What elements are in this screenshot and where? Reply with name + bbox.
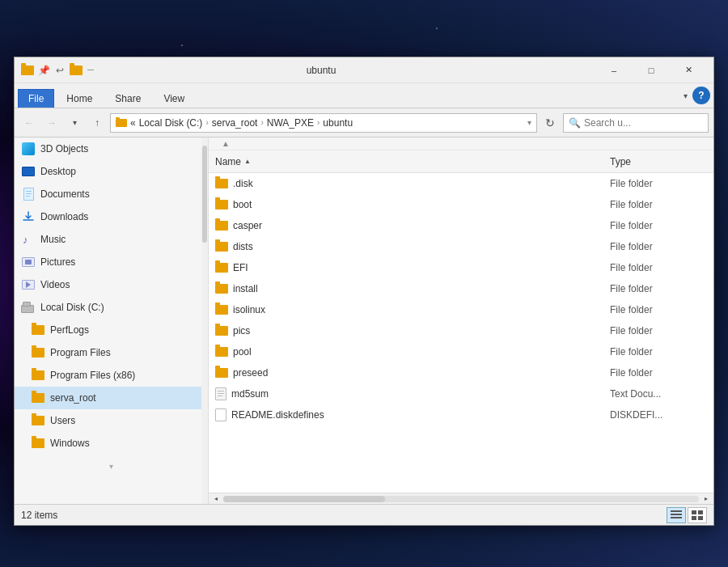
- view-list-button[interactable]: [667, 507, 686, 523]
- svg-rect-6: [692, 516, 696, 520]
- file-row-pics[interactable]: pics File folder: [209, 320, 713, 341]
- file-row-isolinux[interactable]: isolinux File folder: [209, 299, 713, 320]
- sidebar-label-program-files: Program Files: [50, 347, 111, 358]
- file-name-casper: casper: [233, 220, 605, 231]
- sidebar-label-music: Music: [40, 234, 66, 245]
- sidebar-item-local-disk[interactable]: Local Disk (C:): [15, 296, 208, 319]
- file-row-preseed[interactable]: preseed File folder: [209, 362, 713, 383]
- file-name-md5sum: md5sum: [231, 388, 605, 400]
- tab-view[interactable]: View: [153, 89, 195, 108]
- sort-area: ▲: [209, 138, 713, 150]
- downloads-icon: [21, 209, 36, 224]
- column-type[interactable]: Type: [610, 156, 707, 167]
- address-path[interactable]: « Local Disk (C:) › serva_root › NWA_PXE…: [110, 113, 537, 133]
- maximize-button[interactable]: □: [633, 57, 670, 83]
- sidebar-item-documents[interactable]: Documents: [15, 183, 208, 205]
- sidebar-item-windows[interactable]: Windows: [15, 432, 208, 455]
- videos-icon: [21, 277, 36, 292]
- hscroll-track[interactable]: [223, 496, 699, 502]
- file-row-md5sum[interactable]: md5sum Text Docu...: [209, 383, 713, 404]
- sidebar-scrollbar[interactable]: [201, 138, 208, 504]
- file-name-preseed: preseed: [233, 367, 605, 379]
- tab-share[interactable]: Share: [104, 89, 151, 108]
- path-dropdown-arrow[interactable]: ▾: [527, 118, 531, 127]
- windows-icon: [31, 436, 45, 451]
- sidebar-item-music[interactable]: ♪ Music: [15, 228, 208, 251]
- path-serva-root[interactable]: serva_root: [212, 117, 258, 129]
- sidebar-label-windows: Windows: [50, 438, 90, 449]
- search-box[interactable]: 🔍: [563, 113, 709, 133]
- file-row-install[interactable]: install File folder: [209, 278, 713, 299]
- file-row-efi[interactable]: EFI File folder: [209, 257, 713, 278]
- forward-button[interactable]: →: [42, 113, 61, 133]
- sidebar-item-3d-objects[interactable]: 3D Objects: [15, 138, 208, 160]
- path-local-disk[interactable]: Local Disk (C:): [139, 117, 203, 129]
- refresh-button[interactable]: ↻: [540, 113, 560, 133]
- back-button[interactable]: ←: [19, 113, 39, 133]
- ribbon-expand-button[interactable]: ▾: [678, 87, 692, 104]
- sidebar-item-users[interactable]: Users: [15, 409, 208, 432]
- chevron-2: ›: [260, 118, 263, 127]
- tab-file[interactable]: File: [18, 89, 54, 108]
- file-list-header: Name ▲ Type: [209, 150, 713, 173]
- horizontal-scrollbar[interactable]: ◂ ▸: [209, 493, 713, 504]
- file-row-casper[interactable]: casper File folder: [209, 215, 713, 236]
- file-name-pics: pics: [233, 325, 605, 336]
- title-folder-icon: [21, 64, 34, 77]
- svg-text:♪: ♪: [23, 234, 28, 246]
- hscroll-right-button[interactable]: ▸: [700, 493, 712, 505]
- path-ubuntu[interactable]: ubuntu: [323, 117, 353, 129]
- minimize-button[interactable]: –: [595, 57, 633, 83]
- help-button[interactable]: ?: [692, 87, 710, 104]
- column-name[interactable]: Name ▲: [215, 156, 610, 167]
- column-type-label: Type: [610, 156, 631, 167]
- sidebar-item-desktop[interactable]: Desktop: [15, 160, 208, 183]
- sidebar-scroll-thumb[interactable]: [202, 146, 207, 243]
- title-bar: 📌 ↩ ubuntu – □ ✕: [15, 57, 713, 83]
- svg-rect-1: [671, 510, 682, 512]
- column-name-label: Name: [215, 156, 241, 167]
- svg-rect-7: [698, 516, 703, 520]
- sidebar-item-serva-root[interactable]: serva_root: [15, 387, 208, 409]
- path-nwa-pxe[interactable]: NWA_PXE: [267, 117, 314, 129]
- sidebar-item-program-files-x86[interactable]: Program Files (x86): [15, 364, 208, 387]
- file-row-dists[interactable]: dists File folder: [209, 236, 713, 257]
- sidebar-item-perflogs[interactable]: PerfLogs: [15, 319, 208, 341]
- file-row-boot[interactable]: boot File folder: [209, 194, 713, 215]
- search-input[interactable]: [584, 117, 705, 129]
- sidebar-item-program-files[interactable]: Program Files: [15, 341, 208, 364]
- recent-locations-button[interactable]: ▾: [65, 113, 84, 133]
- window-controls: – □ ✕: [595, 57, 707, 83]
- file-name-pool: pool: [233, 346, 605, 358]
- sidebar-item-downloads[interactable]: Downloads: [15, 205, 208, 228]
- folder-icon-efi: [215, 263, 228, 273]
- 3d-objects-icon: [21, 142, 36, 156]
- file-name-boot: boot: [233, 199, 605, 210]
- ribbon: File Home Share View ▾ ?: [15, 83, 713, 108]
- sidebar-item-videos[interactable]: Videos: [15, 273, 208, 296]
- chevron-3: ›: [317, 118, 320, 127]
- sidebar-item-pictures[interactable]: Pictures: [15, 251, 208, 273]
- sidebar-label-users: Users: [50, 415, 75, 426]
- folder-icon-preseed: [215, 368, 228, 378]
- pictures-icon: [21, 255, 36, 269]
- close-button[interactable]: ✕: [670, 57, 707, 83]
- svg-rect-4: [692, 510, 696, 514]
- file-row-disk[interactable]: .disk File folder: [209, 173, 713, 194]
- file-type-pics: File folder: [610, 325, 707, 336]
- sidebar-label-3d-objects: 3D Objects: [40, 143, 88, 154]
- hscroll-left-button[interactable]: ◂: [210, 493, 222, 505]
- folder-icon-boot: [215, 200, 228, 209]
- view-grid-button[interactable]: [688, 507, 707, 523]
- chevron-1: ›: [205, 118, 208, 127]
- hscroll-thumb[interactable]: [223, 496, 385, 502]
- ribbon-tabs: File Home Share View ▾ ?: [15, 83, 713, 108]
- explorer-window: 📌 ↩ ubuntu – □ ✕ File Home Share View ▾ …: [14, 57, 714, 526]
- text-file-icon-md5sum: [215, 387, 226, 400]
- tab-home[interactable]: Home: [56, 89, 103, 108]
- file-name-readme: README.diskdefines: [231, 409, 605, 421]
- file-row-pool[interactable]: pool File folder: [209, 341, 713, 362]
- up-button[interactable]: ↑: [87, 113, 107, 133]
- file-row-readme[interactable]: README.diskdefines DISKDEFI...: [209, 404, 713, 425]
- file-name-efi: EFI: [233, 262, 605, 273]
